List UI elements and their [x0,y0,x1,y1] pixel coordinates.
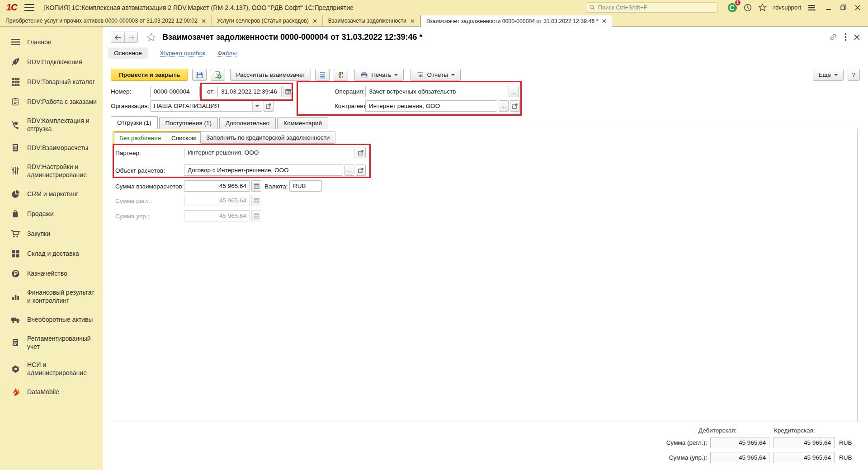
reports-button[interactable]: Отчеты [410,69,461,81]
combo-dropdown-icon[interactable] [252,101,261,111]
get-link-icon[interactable] [829,33,837,41]
summary-upr-debit: 45 965,64 [710,452,769,463]
counterparty-choose-button[interactable]: … [499,100,509,112]
sidebar-item-menu[interactable]: Главное [0,32,103,52]
date-input[interactable]: 31.03.2022 12:39:46 [217,86,282,97]
tab-offsets-list[interactable]: Взаимозачеты задолженности [323,15,420,26]
sidebar-item-catalog[interactable]: RDV:Товарный каталог [0,72,103,92]
sidebar-item-bag[interactable]: Продажи [0,204,103,224]
close-window-button[interactable] [852,3,863,13]
counterparty-input[interactable]: Интернет решения, ООО [365,100,497,112]
service-menu-icon[interactable] [808,4,817,12]
sidebar-item-cart[interactable]: Закупки [0,224,103,244]
post-and-close-button[interactable]: Провести и закрыть [111,69,188,81]
help-button[interactable]: ? [848,69,860,81]
maximize-button[interactable] [837,3,849,13]
mutual-amount-input[interactable]: 45 965,64 [184,180,250,192]
counterparty-open-button[interactable] [510,100,520,112]
sidebar-item-ledger[interactable]: Регламентированный учет [0,329,103,356]
truck-icon [10,315,21,324]
sidebar-item-warehouse[interactable]: Склад и доставка [0,244,103,263]
tab-shipments[interactable]: Отгрузки (1) [111,116,158,129]
settlement-object-open-button[interactable] [356,164,366,176]
minimize-button[interactable] [823,3,835,13]
calculate-offset-button[interactable]: Рассчитать взаимозачет [230,69,311,81]
sidebar-item-chart[interactable]: Финансовый результат и контроллинг [0,283,103,310]
partner-open-button[interactable] [356,147,366,158]
sidebar-item-handtruck[interactable]: RDV:Комплектация и отгрузка [0,112,103,138]
close-form-icon[interactable] [854,34,860,40]
post-document-button[interactable] [211,69,225,81]
tab-close-icon[interactable] [410,19,415,23]
nav-error-log[interactable]: Журнал ошибок [160,50,205,57]
tab-seller-services[interactable]: Услуги селлеров (Статья расходов) [212,15,323,26]
amount-upr-input[interactable]: 45 965,64 [184,210,250,221]
partner-label: Партнер: [115,150,141,156]
back-button[interactable] [111,32,124,42]
calendar-button[interactable] [283,86,293,97]
amount-upr-calc-button[interactable] [251,210,261,221]
pie-icon [10,189,21,199]
organization-open-button[interactable] [264,100,274,112]
bag-icon [10,209,21,219]
more-button[interactable]: Еще [813,69,844,81]
tab-close-icon[interactable] [202,19,206,23]
summary-upr-label: Сумма (упр.): [617,454,707,461]
main-menu-icon[interactable] [24,4,34,11]
postings-dtkt-button[interactable]: дтКт [334,69,348,81]
number-input[interactable]: 0000-000004 [150,86,200,97]
number-label: Номер: [111,88,131,95]
save-button[interactable] [192,69,207,81]
sidebar-item-ruble[interactable]: Казначейство [0,263,103,283]
global-search[interactable] [586,2,718,13]
amount-regl-label: Сумма регл.: [115,197,152,204]
sidebar-item-rocket[interactable]: RDV:Подключения [0,52,103,72]
amount-regl-calc-button[interactable] [251,195,261,206]
favorite-star-icon[interactable] [146,33,156,42]
sidebar-item-truck[interactable]: Внеоборотные активы [0,310,103,329]
more-actions-icon[interactable] [844,33,847,41]
operation-choose-button[interactable]: … [509,86,519,97]
sidebar-item-orders[interactable]: RDV:Работа с заказами [0,92,103,112]
toggle-as-list[interactable]: Списком [166,132,201,143]
amount-regl-input[interactable]: 45 965,64 [184,195,250,206]
organization-combo[interactable]: НАША ОРГАНИЗАЦИЯ [150,100,262,112]
nav-main[interactable]: Основное [108,47,148,59]
tab-close-icon[interactable] [602,19,606,23]
split-toggle-group: Без разбиения Списком [113,131,203,145]
currency-input[interactable]: RUB [289,180,322,192]
tab-purchase-services[interactable]: Приобретение услуг и прочих активов 0000… [0,15,212,26]
settlement-object-choose-button[interactable]: … [344,164,354,176]
forward-button[interactable] [124,32,137,42]
mutual-amount-calc-button[interactable] [251,180,261,192]
debit-header: Дебиторская: [698,427,736,434]
history-icon[interactable] [744,4,752,12]
sidebar-item-pie[interactable]: CRM и маркетинг [0,184,103,204]
operation-input[interactable]: Зачет встречных обязательств [365,86,507,97]
sidebar-item-sliders[interactable]: RDV:Настройки и администрирование [0,158,103,184]
current-user[interactable]: rdvsupport [774,4,801,11]
tab-close-icon[interactable] [313,19,317,23]
dropdown-caret-icon [394,74,398,76]
window-title: [КОПИЯ] 1С:Комплексная автоматизация 2 R… [44,4,354,11]
tab-comment[interactable]: Комментарий [277,117,328,129]
toggle-no-split[interactable]: Без разбиения [114,132,166,143]
favorites-star-icon[interactable] [758,3,767,12]
sidebar-item-gear[interactable]: НСИ и администрирование [0,356,103,382]
sidebar-item-calculator[interactable]: RDV:Взаиморасчеты [0,138,103,158]
report-icon [416,71,424,79]
document-structure-button[interactable] [315,69,330,81]
discussions-icon[interactable]: 1 [727,3,737,13]
fill-by-credit-debt-button[interactable]: Заполнить по кредиторской задолженности [200,132,335,144]
tab-offset-document[interactable]: Взаимозачет задолженности 0000-000004 от… [420,15,612,27]
sidebar-item-datamobile[interactable]: DataMobile [0,382,103,402]
search-input[interactable] [598,4,715,11]
tab-additional[interactable]: Дополнительно [219,117,276,129]
print-button[interactable]: Печать [354,69,404,81]
tab-receipts[interactable]: Поступления (1) [159,117,218,129]
partner-input[interactable]: Интернет решения, ООО [184,147,354,158]
nav-files[interactable]: Файлы [217,50,237,57]
operation-label: Операция: [335,88,365,95]
settlement-object-input[interactable]: Договор с Интернет-решение, ООО [184,164,343,176]
open-icon [266,103,271,109]
